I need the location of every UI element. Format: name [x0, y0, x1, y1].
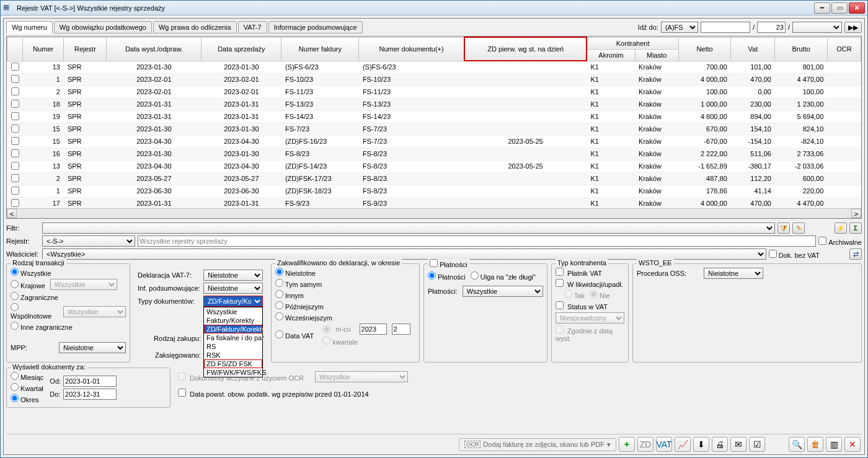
col-akronim[interactable]: Akronim	[587, 49, 635, 61]
typy-dropdown-list[interactable]: WszystkieFaktury/KorektyZD/Faktury/Korek…	[203, 307, 263, 377]
row-check[interactable]	[11, 100, 19, 108]
radio-zk-pozn[interactable]: Późniejszym	[275, 301, 415, 310]
tab-wg-numeru[interactable]: Wg numeru	[6, 21, 53, 33]
sigma-icon[interactable]: Σ	[849, 222, 862, 234]
row-check[interactable]	[11, 174, 19, 182]
goto-button[interactable]: ▶▶	[844, 22, 862, 33]
col-data-wyst[interactable]: Data wyst./odpraw.	[107, 37, 202, 61]
row-check[interactable]	[11, 137, 19, 145]
columns-icon[interactable]: ▥	[826, 437, 842, 452]
goto-type-select[interactable]: (A)FS	[661, 22, 698, 33]
radio-zk-innym[interactable]: Innym	[275, 290, 415, 299]
kw-input[interactable]	[392, 324, 410, 335]
do-input[interactable]	[63, 389, 117, 400]
radio-wszystkie[interactable]: Wszystkie	[11, 268, 126, 277]
radio-zk-data[interactable]: Data VAT	[275, 330, 314, 340]
typy-option[interactable]: Fa fiskalne i do par	[204, 333, 262, 342]
radio-zk-nieistotne[interactable]: Nieistotne	[275, 268, 415, 277]
horizontal-scrollbar[interactable]: < >	[7, 208, 861, 218]
minimize-button[interactable]: ━	[814, 2, 830, 14]
table-row[interactable]: 17SPR2023-01-31 2023-01-31FS-9/23FS-9/23…	[7, 197, 861, 208]
rok-input[interactable]	[360, 324, 387, 335]
grid-scroll[interactable]: Numer Rejestr Data wyst./odpraw. Data sp…	[7, 37, 861, 208]
funnel-edit-icon[interactable]: ✎	[792, 222, 805, 234]
magnify-icon[interactable]: 🔍	[789, 437, 805, 452]
col-ocr[interactable]: OCR	[827, 37, 861, 61]
radio-okres[interactable]: Okres	[11, 394, 43, 403]
network-icon[interactable]: ⇄	[849, 249, 862, 260]
row-check[interactable]	[11, 125, 19, 133]
radio-ulga[interactable]: Ulga na "złe długi"	[471, 271, 536, 281]
chk-likw[interactable]: W likwidacji/upadł.	[556, 279, 624, 288]
row-check[interactable]	[11, 63, 19, 71]
rejestr-select[interactable]: <-S->	[42, 236, 135, 247]
typy-option[interactable]: RSK	[204, 351, 262, 359]
add-icon[interactable]: ＋	[619, 437, 635, 452]
row-check[interactable]	[11, 149, 19, 157]
checkbox-icon[interactable]: ☑	[749, 437, 765, 452]
col-numer-fakt[interactable]: Numer faktury	[281, 37, 359, 61]
close-button[interactable]: ✕	[849, 2, 865, 14]
typy-option[interactable]: FW/FWK/FWS/FKS	[204, 368, 262, 377]
scroll-left-icon[interactable]: <	[7, 209, 17, 218]
col-rejestr[interactable]: Rejestr	[64, 37, 107, 61]
radio-inne[interactable]: Inne zagraniczne	[11, 322, 126, 331]
trash-icon[interactable]: 🗑	[807, 437, 823, 452]
row-check[interactable]	[11, 187, 19, 195]
col-brutto[interactable]: Brutto	[775, 37, 827, 61]
close-x-icon[interactable]: ✕	[844, 437, 861, 452]
chart-icon[interactable]: 📈	[675, 437, 691, 452]
typy-option[interactable]: Faktury/Korekty	[204, 316, 262, 325]
wlasciciel-select[interactable]: <Wszystkie>	[42, 249, 766, 260]
proc-select[interactable]: Nieistotne	[704, 268, 763, 279]
goto-field1[interactable]	[701, 22, 750, 33]
filtr-select[interactable]	[42, 222, 775, 234]
goto-field2[interactable]	[792, 22, 842, 33]
row-check[interactable]	[11, 199, 19, 207]
row-check[interactable]	[11, 112, 19, 120]
col-miasto[interactable]: Miasto	[635, 49, 678, 61]
radio-zk-tym[interactable]: Tym samym	[275, 279, 415, 288]
radio-wspolnotowe[interactable]: Wspólnotowe	[11, 303, 58, 320]
zd-icon[interactable]: ZD	[637, 437, 653, 452]
col-kontrahent[interactable]: Kontrahent	[587, 37, 678, 49]
tab-informacje[interactable]: Informacje podsumowujące	[268, 21, 363, 33]
radio-kwartal[interactable]: Kwartał	[11, 383, 43, 392]
mail-icon[interactable]: ✉	[730, 437, 746, 452]
dekl-select[interactable]: Nieistotne	[203, 270, 263, 281]
lightning-icon[interactable]: ⚡	[835, 222, 847, 234]
radio-zk-wcze[interactable]: Wcześniejszym	[275, 312, 415, 322]
typy-option[interactable]: RS	[204, 342, 262, 351]
goto-num[interactable]	[757, 22, 786, 33]
table-row[interactable]: 2SPR2023-02-01 2023-02-01FS-11/23FS-11/2…	[7, 86, 861, 98]
col-check[interactable]	[7, 37, 23, 61]
radio-krajowe[interactable]: Krajowe	[11, 280, 45, 289]
export-icon[interactable]: ⬇	[693, 437, 709, 452]
typy-option[interactable]: ZD/Faktury/Korekty	[204, 325, 262, 333]
table-row[interactable]: 15SPR2023-01-30 2023-01-30FS-7/23FS-7/23…	[7, 123, 861, 135]
col-data-sprz[interactable]: Data sprzedaży	[202, 37, 281, 61]
chk-status[interactable]: Status w VAT	[556, 301, 624, 310]
vat-icon[interactable]: VAT	[656, 437, 672, 452]
tab-wg-obowiazku[interactable]: Wg obowiązku podatkowego	[54, 21, 152, 33]
typy-select[interactable]: ZD/Faktury/Kor	[203, 296, 263, 307]
tab-wg-prawa[interactable]: Wg prawa do odliczenia	[153, 21, 237, 33]
platnosci-enable-check[interactable]	[430, 259, 438, 267]
typy-option[interactable]: Wszystkie	[204, 307, 262, 316]
maximize-button[interactable]: ▭	[831, 2, 848, 14]
archiwalne-check[interactable]: Archiwalne	[818, 237, 862, 246]
rejestr-desc[interactable]	[138, 236, 816, 247]
chk-platnik[interactable]: Płatnik VAT	[556, 268, 624, 277]
dok-bez-vat-check[interactable]: Dok. bez VAT	[769, 250, 820, 259]
table-row[interactable]: 1SPR2023-06-30 2023-06-30(ZD)FSK-18/23FS…	[7, 185, 861, 197]
col-vat[interactable]: Vat	[731, 37, 775, 61]
table-row[interactable]: 1SPR2023-02-01 2023-02-01FS-10/23FS-10/2…	[7, 73, 861, 86]
table-row[interactable]: 15SPR2023-04-30 2023-04-30(ZD)FS-16/23FS…	[7, 135, 861, 148]
row-check[interactable]	[11, 75, 19, 83]
typy-option[interactable]: ZD FS/ZD FSK	[204, 359, 262, 368]
table-row[interactable]: 13SPR2023-01-30 2023-01-30(S)FS-6/23(S)F…	[7, 61, 861, 73]
col-zd-pierw[interactable]: ZD pierw. wg st. na dzień	[464, 37, 587, 61]
table-row[interactable]: 18SPR2023-01-31 2023-01-31FS-13/23FS-13/…	[7, 98, 861, 110]
radio-platnosci[interactable]: Płatności	[428, 271, 466, 281]
od-input[interactable]	[63, 376, 117, 387]
